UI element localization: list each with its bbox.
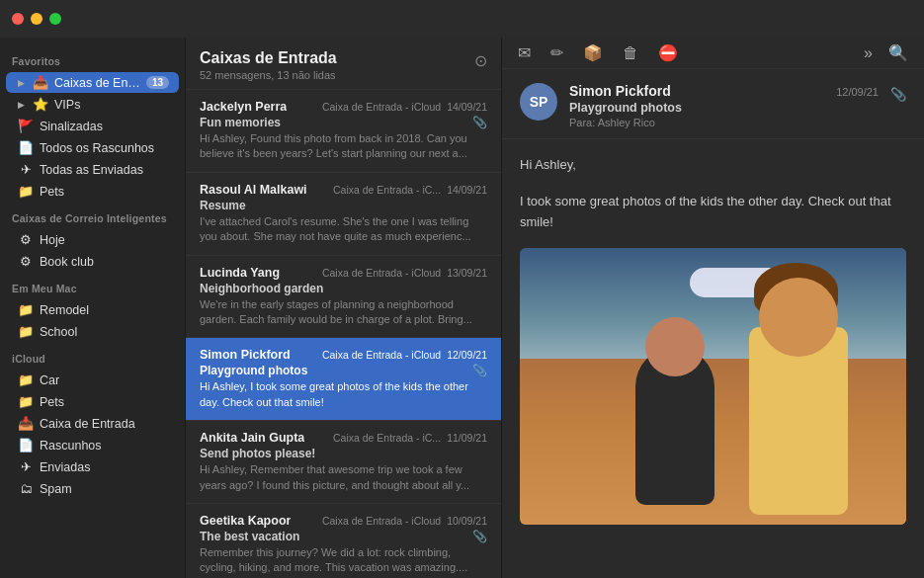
draft-icloud-icon: 📄 [18, 438, 34, 453]
sidebar-item-all-drafts[interactable]: 📄 Todos os Rascunhos [6, 137, 179, 158]
email-mailbox: Caixa de Entrada - iCloud [322, 267, 441, 279]
email-sender: Ankita Jain Gupta [200, 431, 304, 445]
sidebar-item-label: VIPs [54, 98, 169, 112]
email-item-selected[interactable]: Simon Pickford Caixa de Entrada - iCloud… [186, 338, 501, 421]
email-item[interactable]: Rasoul Al Malkawi Caixa de Entrada - iC.… [186, 173, 501, 256]
folder-icon: 📁 [18, 394, 34, 409]
reading-pane: ✉ ✏ 📦 🗑 ⛔ » 🔍 SP Simon Pickford 12/09/21… [502, 38, 924, 578]
reading-body-greeting: Hi Ashley, [520, 155, 906, 176]
minimize-button[interactable] [31, 13, 42, 25]
reading-photo [520, 248, 906, 525]
archive-icon[interactable]: 📦 [583, 43, 603, 62]
trash-icon[interactable]: 🗑 [623, 44, 638, 62]
photo-person2 [749, 327, 848, 515]
email-item[interactable]: Ankita Jain Gupta Caixa de Entrada - iC.… [186, 421, 501, 504]
email-mailbox: Caixa de Entrada - iCloud [322, 101, 441, 113]
icloud-section-label: iCloud [0, 343, 185, 369]
attachment-icon: 📎 [472, 530, 487, 543]
sidebar-item-label: Sinalizadas [40, 120, 169, 133]
reading-header-info: Simon Pickford 12/09/21 Playground photo… [569, 83, 879, 128]
sidebar-item-spam-icloud[interactable]: 🗂 Spam [6, 478, 179, 499]
sidebar-item-remodel[interactable]: 📁 Remodel [6, 299, 179, 320]
draft-icon: 📄 [18, 140, 34, 155]
sidebar-item-label: Todas as Enviadas [40, 163, 169, 177]
email-item[interactable]: Geetika Kapoor Caixa de Entrada - iCloud… [186, 504, 501, 578]
spam-icloud-icon: 🗂 [18, 481, 34, 496]
email-sender: Lucinda Yang [200, 266, 280, 280]
reply-icon[interactable]: ✉ [518, 43, 531, 62]
reading-subject: Playground photos [569, 101, 879, 115]
sidebar-item-inbox[interactable]: ▶ 📥 Caixas de Entrada 13 [6, 72, 179, 93]
sidebar-item-label: Spam [40, 482, 169, 496]
chevron-icon: ▶ [18, 78, 25, 88]
sent-icloud-icon: ✈ [18, 459, 34, 474]
sidebar-item-drafts-icloud[interactable]: 📄 Rascunhos [6, 435, 179, 455]
sidebar-item-all-sent[interactable]: ✈ Todas as Enviadas [6, 159, 179, 180]
search-icon[interactable]: 🔍 [888, 43, 908, 62]
email-sender: Rasoul Al Malkawi [200, 183, 307, 197]
sidebar-item-label: Rascunhos [40, 439, 169, 453]
to-label: Para: [569, 117, 595, 128]
email-mailbox: Caixa de Entrada - iC... [333, 184, 441, 196]
flag-icon: 🚩 [18, 119, 34, 133]
photo-person1-head [645, 317, 705, 376]
photo-person1 [635, 347, 714, 505]
reading-body-text: I took some great photos of the kids the… [520, 192, 906, 233]
sidebar-item-label: Hoje [40, 233, 169, 247]
sidebar-item-pets-fav[interactable]: 📁 Pets [6, 181, 179, 202]
email-subject: Playground photos [200, 364, 307, 377]
email-list-subtitle: 52 mensagens, 13 não lidas [200, 69, 337, 81]
main-content: Favoritos ▶ 📥 Caixas de Entrada 13 ▶ ⭐ V… [0, 38, 924, 578]
sidebar-item-label: Caixa de Entrada [40, 417, 169, 431]
email-list-body: Jackelyn Perra Caixa de Entrada - iCloud… [186, 90, 501, 578]
email-sender: Jackelyn Perra [200, 100, 287, 114]
attachment-icon: 📎 [472, 116, 487, 129]
toolbar-right: » 🔍 [864, 43, 908, 62]
folder-icon: 📁 [18, 184, 34, 199]
sidebar-item-vips[interactable]: ▶ ⭐ VIPs [6, 94, 179, 115]
sidebar-item-label: Caixas de Entrada [54, 76, 140, 90]
filter-icon[interactable]: ⊙ [474, 51, 487, 70]
sidebar-item-label: School [40, 325, 169, 339]
chevron-icon: ▶ [18, 100, 25, 110]
more-icon[interactable]: » [864, 44, 873, 62]
email-item[interactable]: Jackelyn Perra Caixa de Entrada - iCloud… [186, 90, 501, 173]
titlebar [0, 0, 924, 38]
email-subject: Resume [200, 199, 246, 212]
sidebar-item-today[interactable]: ⚙ Hoje [6, 229, 179, 250]
email-preview: We're in the early stages of planning a … [200, 297, 487, 328]
sidebar-item-label: Book club [40, 255, 169, 269]
email-sender: Simon Pickford [200, 348, 291, 362]
junk-icon[interactable]: ⛔ [658, 43, 678, 62]
smart-mailboxes-section-label: Caixas de Correio Inteligentes [0, 203, 185, 228]
folder-icon: 📁 [18, 372, 34, 387]
reading-email-header: SP Simon Pickford 12/09/21 Playground ph… [502, 69, 924, 139]
sidebar-item-sent-icloud[interactable]: ✈ Enviadas [6, 456, 179, 477]
maximize-button[interactable] [49, 13, 61, 25]
email-sender: Geetika Kapoor [200, 514, 291, 528]
email-list-title: Caixas de Entrada [200, 49, 337, 67]
compose-icon[interactable]: ✏ [550, 43, 563, 62]
email-date: 12/09/21 [447, 349, 487, 361]
reading-body: Hi Ashley, I took some great photos of t… [502, 139, 924, 578]
attachment-icon: 📎 [472, 364, 487, 377]
email-item[interactable]: Lucinda Yang Caixa de Entrada - iCloud 1… [186, 256, 501, 339]
email-subject: Neighborhood garden [200, 282, 323, 295]
close-button[interactable] [12, 13, 24, 25]
sidebar-item-pets-icloud[interactable]: 📁 Pets [6, 391, 179, 412]
email-date: 10/09/21 [447, 515, 487, 527]
sidebar-item-school[interactable]: 📁 School [6, 321, 179, 342]
sidebar-item-inbox-icloud[interactable]: 📥 Caixa de Entrada [6, 413, 179, 434]
today-icon: ⚙ [18, 232, 34, 247]
reading-attachment-icon: 📎 [890, 87, 906, 102]
on-my-mac-section-label: Em Meu Mac [0, 273, 185, 298]
email-date: 14/09/21 [447, 184, 487, 196]
sidebar-item-flagged[interactable]: 🚩 Sinalizadas [6, 116, 179, 136]
email-preview: I've attached Carol's resume. She's the … [200, 214, 487, 245]
favorites-section-label: Favoritos [0, 45, 185, 71]
photo-sky [520, 248, 906, 372]
sidebar-item-label: Pets [40, 395, 169, 409]
sidebar-item-car[interactable]: 📁 Car [6, 370, 179, 390]
sidebar-item-book-club[interactable]: ⚙ Book club [6, 251, 179, 272]
email-preview: Hi Ashley, I took some great photos of t… [200, 379, 487, 410]
